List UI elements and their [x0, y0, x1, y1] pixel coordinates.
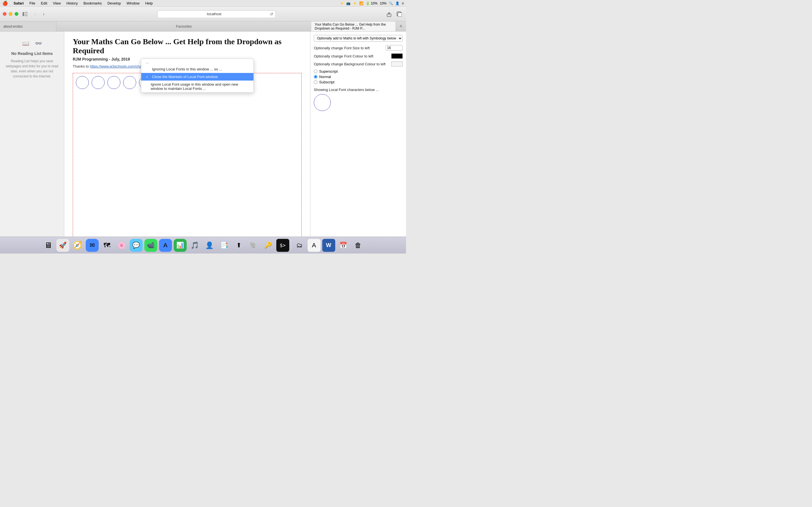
user-icon[interactable]: 👤: [395, 1, 400, 5]
nav-buttons: ‹ ›: [31, 10, 48, 18]
subscript-option[interactable]: Subscript: [314, 80, 403, 84]
fullscreen-window-button[interactable]: [15, 12, 18, 16]
back-button[interactable]: ‹: [31, 10, 39, 18]
right-panel: Optionally add to Maths to left with Sym…: [310, 32, 406, 237]
menu-safari[interactable]: Safari: [11, 1, 26, 6]
menu-window[interactable]: Window: [124, 1, 142, 6]
menu-history[interactable]: History: [64, 1, 80, 6]
dock-photos[interactable]: 🌸: [115, 239, 128, 252]
dock-finder[interactable]: 🖥: [42, 239, 55, 252]
dropdown-item-3[interactable]: Ignore Local Font usage in this window a…: [141, 80, 253, 93]
dropdown-menu: ... Ignoring Local Fonts in this window …: [141, 59, 254, 93]
dropdown-item-1[interactable]: Ignoring Local Fonts in this window ... …: [141, 65, 253, 73]
close-window-button[interactable]: [3, 12, 6, 16]
superscript-option[interactable]: Superscript: [314, 69, 403, 73]
superscript-radio[interactable]: [314, 69, 317, 73]
local-font-preview: [314, 94, 331, 111]
dock-facetime[interactable]: 📹: [144, 239, 157, 252]
symbology-dropdown[interactable]: Optionally add to Maths to left with Sym…: [314, 35, 403, 42]
tab-main[interactable]: Your Maths Can Go Below ... Get Help fro…: [311, 21, 396, 31]
subscript-radio[interactable]: [314, 80, 317, 84]
dock-itunes[interactable]: 🎵: [188, 239, 201, 252]
refresh-button[interactable]: ↺: [270, 12, 273, 16]
shape-circle-2: [92, 76, 105, 89]
menu-view[interactable]: View: [51, 1, 63, 6]
sidebar-toggle-button[interactable]: [21, 10, 29, 18]
sidebar-reading-icon[interactable]: 👓: [35, 40, 42, 47]
svg-rect-1: [25, 12, 28, 13]
share-button[interactable]: [385, 10, 393, 18]
dock-mamp[interactable]: 🐘: [247, 239, 260, 252]
dock-maps[interactable]: 🗺: [100, 239, 113, 252]
add-tab-button[interactable]: +: [396, 21, 406, 31]
dock-word[interactable]: W: [322, 239, 335, 252]
dock-mail[interactable]: ✉: [86, 239, 99, 252]
dropdown-item-2[interactable]: ✓ Close the Maintain of Local Font windo…: [141, 73, 253, 80]
dock-keynote[interactable]: 📑: [218, 239, 231, 252]
forward-button[interactable]: ›: [40, 10, 48, 18]
dock-numbers[interactable]: 📊: [174, 239, 187, 252]
dock-messages[interactable]: 💬: [130, 239, 143, 252]
dock-trash[interactable]: 🗑: [352, 239, 364, 252]
bg-colour-swatch[interactable]: [391, 61, 403, 66]
macos-menubar: 🍎 Safari File Edit View History Bookmark…: [0, 0, 406, 7]
page-title: Your Maths Can Go Below ... Get Help fro…: [73, 37, 302, 55]
address-bar[interactable]: localhost ↺: [157, 10, 276, 18]
apple-menu-icon[interactable]: 🍎: [2, 1, 8, 6]
font-size-label: Optionally change Font Size to left: [314, 46, 386, 50]
datetime-label: 10%: [380, 1, 387, 5]
spotlight-icon[interactable]: 🔍: [389, 1, 393, 5]
bg-colour-label: Optionally change Background Colour to l…: [314, 62, 391, 66]
menu-edit[interactable]: Edit: [39, 1, 49, 6]
bg-colour-row: Optionally change Background Colour to l…: [314, 61, 403, 66]
address-bar-container: localhost ↺: [50, 10, 383, 18]
new-tab-button[interactable]: [395, 10, 403, 18]
dock-1password[interactable]: 🔑: [262, 239, 274, 252]
controlcenter-icon[interactable]: ≡: [402, 1, 404, 5]
dock-divider: [291, 240, 291, 251]
dropdown-label-3: Ignore Local Font usage in this window a…: [151, 82, 249, 91]
sidebar-bookmarks-icon[interactable]: 📖: [22, 40, 29, 47]
dock-appstore[interactable]: A: [159, 239, 172, 252]
menu-right-icons: ⚡ 📺 ⚡ 📶 🔋 10% 10% 🔍 👤 ≡: [340, 1, 404, 5]
sidebar-empty-desc: Reading List helps you save webpages and…: [0, 59, 64, 79]
dock-launchpad[interactable]: 🚀: [56, 239, 69, 252]
font-colour-row: Optionally change Font Colour to left: [314, 54, 403, 59]
font-colour-swatch[interactable]: [391, 54, 403, 59]
normal-label: Normal: [319, 75, 331, 79]
tab-main-label: Your Maths Can Go Below ... Get Help fro…: [315, 22, 392, 31]
dock-filezilla[interactable]: ⬆: [232, 239, 245, 252]
menu-help[interactable]: Help: [143, 1, 155, 6]
tabs-row: about:srcdoc Favourites Your Maths Can G…: [0, 21, 406, 32]
tab-favourites[interactable]: Favourites: [56, 21, 311, 31]
svg-rect-0: [22, 12, 24, 16]
dock-texteditor[interactable]: A: [308, 239, 320, 252]
tab-srcdoc-label: about:srcdoc: [3, 24, 23, 29]
battery-icon: 🔋 10%: [366, 1, 377, 5]
menu-bookmarks[interactable]: Bookmarks: [81, 1, 104, 6]
normal-option[interactable]: Normal: [314, 75, 403, 79]
dock-contacts[interactable]: 👤: [203, 239, 216, 252]
shape-circle-4: [123, 76, 136, 89]
wifi-icon: 📶: [359, 1, 363, 5]
traffic-lights: [3, 12, 18, 16]
dock-folder1[interactable]: 🗂: [293, 239, 306, 252]
sidebar-empty-title: No Reading List Items: [11, 51, 53, 56]
dropdown-item-ellipsis: ...: [141, 59, 253, 65]
font-size-input[interactable]: [386, 45, 403, 51]
dock-calendar[interactable]: 📅: [337, 239, 350, 252]
math-area: [73, 73, 302, 237]
ellipsis-text: ...: [146, 60, 149, 64]
dock-terminal[interactable]: $>: [276, 239, 289, 252]
cast-icon: 📺: [346, 1, 350, 5]
svg-rect-7: [398, 13, 402, 17]
dock-safari[interactable]: 🧭: [71, 239, 84, 252]
subscript-label: Subscript: [319, 80, 335, 84]
menu-develop[interactable]: Develop: [105, 1, 123, 6]
font-colour-label: Optionally change Font Colour to left: [314, 54, 391, 58]
normal-radio[interactable]: [314, 75, 317, 78]
menu-file[interactable]: File: [27, 1, 38, 6]
minimize-window-button[interactable]: [9, 12, 12, 16]
dock: 🖥 🚀 🧭 ✉ 🗺 🌸 💬 📹 A 📊 🎵 👤 📑 ⬆ 🐘 🔑 $> 🗂 A W…: [0, 237, 406, 253]
tab-srcdoc[interactable]: about:srcdoc: [0, 21, 56, 31]
